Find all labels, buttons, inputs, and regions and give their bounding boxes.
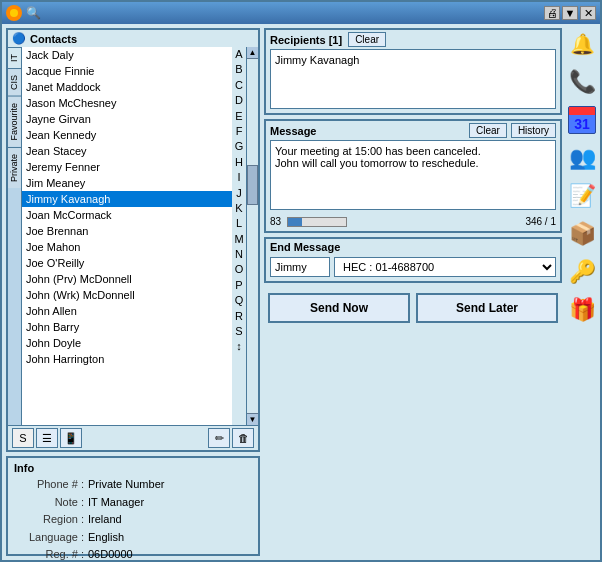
message-body[interactable]: Your meeting at 15:00 has been canceled.… [270,140,556,210]
tab-favourite[interactable]: Favourite [8,96,21,147]
alpha-item[interactable]: O [232,262,246,277]
contact-item[interactable]: Jean Stacey [22,143,232,159]
toolbar-btn-delete[interactable]: 🗑 [232,428,254,448]
tab-it[interactable]: IT [8,47,21,68]
contact-item[interactable]: John Doyle [22,335,232,351]
alpha-item[interactable]: G [232,139,246,154]
message-history-button[interactable]: History [511,123,556,138]
tab-private[interactable]: Private [8,147,21,188]
info-row: Region :Ireland [14,511,252,529]
toolbar-btn-s[interactable]: S [12,428,34,448]
package-icon[interactable]: 📦 [566,218,598,250]
recipients-clear-button[interactable]: Clear [348,32,386,47]
contact-item[interactable]: Joe Brennan [22,223,232,239]
bell-icon[interactable]: 🔔 [566,28,598,60]
contact-item[interactable]: Jason McChesney [22,95,232,111]
gift-icon[interactable]: 🎁 [566,294,598,326]
send-buttons: Send Now Send Later [264,287,562,329]
alpha-item[interactable]: I [232,170,246,185]
contact-item[interactable]: Jack Daly [22,47,232,63]
message-section: Message Clear History Your meeting at 15… [264,119,562,233]
contact-item[interactable]: John (Prv) McDonnell [22,271,232,287]
notepad-icon[interactable]: 📝 [566,180,598,212]
info-rows: Phone # :Private NumberNote :IT ManagerR… [14,476,252,560]
contact-item[interactable]: John Barry [22,319,232,335]
alpha-item[interactable]: K [232,201,246,216]
info-value: Ireland [88,511,122,529]
contact-item[interactable]: Jeremy Fenner [22,159,232,175]
alpha-item[interactable]: B [232,62,246,77]
content-area: 🔵 Contacts IT CIS Favourite Private [2,24,600,560]
contact-item[interactable]: Jayne Girvan [22,111,232,127]
message-clear-button[interactable]: Clear [469,123,507,138]
alpha-item[interactable]: C [232,78,246,93]
progress-fill [288,218,302,226]
contact-item[interactable]: Jean Kennedy [22,127,232,143]
alpha-item[interactable]: D [232,93,246,108]
end-message-body: HEC : 01-4688700 [266,255,560,281]
recipients-list[interactable]: Jimmy Kavanagh [270,49,556,109]
side-icons: 🔔 📞 31 👥 📝 📦 🔑 🎁 [564,24,600,560]
contact-item[interactable]: John Harrington [22,351,232,367]
contacts-title-bar: 🔵 Contacts [8,30,258,47]
contact-item[interactable]: Jim Meaney [22,175,232,191]
tab-cis[interactable]: CIS [8,68,21,96]
telephone-icon[interactable]: 📞 [566,66,598,98]
contact-item[interactable]: Joan McCormack [22,207,232,223]
info-value: IT Manager [88,494,144,512]
alpha-item[interactable]: M [232,232,246,247]
alpha-item[interactable]: H [232,155,246,170]
left-panel: 🔵 Contacts IT CIS Favourite Private [2,24,262,560]
message-title: Message [270,125,316,137]
alpha-item[interactable]: Q [232,293,246,308]
alpha-item[interactable]: S [232,324,246,339]
contacts-title: Contacts [30,33,77,45]
key-icon[interactable]: 🔑 [566,256,598,288]
alpha-item[interactable]: ↕ [232,339,246,354]
info-label: Note : [14,494,84,512]
info-label: Language : [14,529,84,547]
contacts-list[interactable]: Jack DalyJacque FinnieJanet MaddockJason… [22,47,232,425]
toolbar-btn-edit[interactable]: ✏ [208,428,230,448]
alpha-item[interactable]: A [232,47,246,62]
info-label: Region : [14,511,84,529]
toolbar-btn-list[interactable]: ☰ [36,428,58,448]
people-icon[interactable]: 👥 [566,142,598,174]
scroll-down-btn[interactable]: ▼ [247,413,258,425]
scroll-up-btn[interactable]: ▲ [247,47,258,59]
contact-item[interactable]: John (Wrk) McDonnell [22,287,232,303]
message-header: Message Clear History [266,121,560,140]
contacts-scrollbar[interactable]: ▲ ▼ [246,47,258,425]
alpha-item[interactable]: P [232,278,246,293]
contact-item[interactable]: Joe Mahon [22,239,232,255]
alpha-item[interactable]: E [232,109,246,124]
alpha-item[interactable]: F [232,124,246,139]
contact-item[interactable]: John Allen [22,303,232,319]
contact-item[interactable]: Janet Maddock [22,79,232,95]
minimize-button[interactable]: 🖨 [544,6,560,20]
end-name-input[interactable] [270,257,330,277]
info-row: Note :IT Manager [14,494,252,512]
send-later-button[interactable]: Send Later [416,293,558,323]
toolbar-btn-phone[interactable]: 📱 [60,428,82,448]
calendar-icon[interactable]: 31 [566,104,598,136]
send-now-button[interactable]: Send Now [268,293,410,323]
info-value: English [88,529,124,547]
alpha-item[interactable]: L [232,216,246,231]
alpha-item[interactable]: R [232,309,246,324]
end-message-title: End Message [270,241,340,253]
contacts-section: 🔵 Contacts IT CIS Favourite Private [6,28,260,452]
recipients-header: Recipients [1] Clear [266,30,560,49]
contact-item[interactable]: Jimmy Kavanagh [22,191,232,207]
end-number-select[interactable]: HEC : 01-4688700 [334,257,556,277]
contact-item[interactable]: Jacque Finnie [22,63,232,79]
alpha-item[interactable]: J [232,186,246,201]
printer-icon: 🖨 [547,7,558,19]
right-panel: Recipients [1] Clear Jimmy Kavanagh Mess… [262,24,564,560]
maximize-button[interactable]: ✕ [580,6,596,20]
contact-item[interactable]: Joe O'Reilly [22,255,232,271]
scroll-thumb[interactable] [247,165,258,205]
alpha-item[interactable]: N [232,247,246,262]
recipients-section: Recipients [1] Clear Jimmy Kavanagh [264,28,562,115]
close-button[interactable]: ▼ [562,6,578,20]
